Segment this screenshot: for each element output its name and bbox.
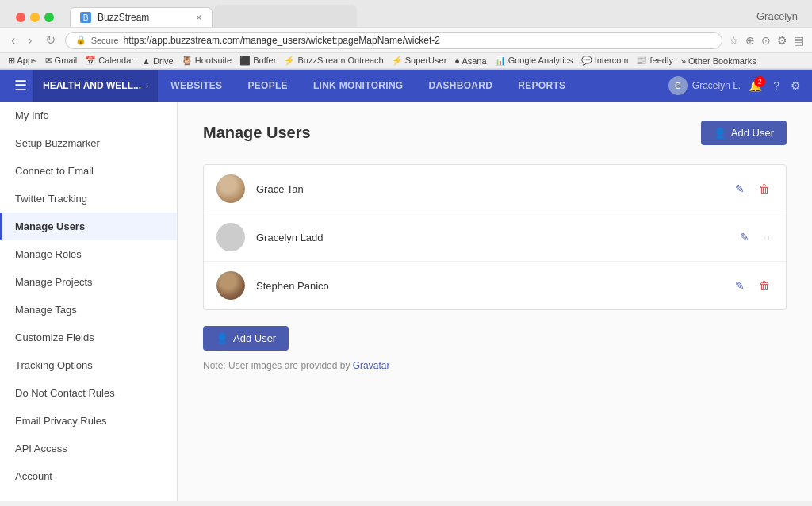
brand-name: HEALTH AND WELL...: [43, 80, 141, 91]
bookmark-gmail[interactable]: ✉ Gmail: [45, 56, 78, 66]
avatar: [216, 223, 245, 251]
top-navigation: ☰ HEALTH AND WELL... › WEBSITES PEOPLE L…: [0, 70, 812, 102]
secure-label: Secure: [91, 36, 119, 45]
brand-logo[interactable]: HEALTH AND WELL... ›: [33, 70, 158, 102]
sidebar-item-setup-buzzmarker[interactable]: Setup Buzzmarker: [0, 129, 177, 157]
sidebar-item-my-info[interactable]: My Info: [0, 102, 177, 129]
note-prefix-text: Note: User images are provided by: [203, 360, 353, 371]
reload-button[interactable]: ↻: [42, 31, 59, 49]
bookmark-superuser[interactable]: ⚡ SuperUser: [392, 56, 447, 66]
traffic-light-red[interactable]: [16, 13, 25, 22]
bookmark-asana[interactable]: ● Asana: [454, 56, 486, 66]
sidebar-item-manage-users[interactable]: Manage Users: [0, 213, 177, 240]
extension-icon-4[interactable]: ▤: [794, 34, 804, 47]
user-name-stephen-panico: Stephen Panico: [256, 280, 732, 292]
settings-gear-icon[interactable]: ⚙: [787, 76, 804, 95]
back-button[interactable]: ‹: [8, 32, 18, 49]
page-title: Manage Users: [203, 124, 311, 142]
nav-avatar: G: [668, 76, 688, 95]
table-row: Grace Tan ✎ 🗑: [204, 165, 786, 213]
nav-right-area: G Gracelyn L. 🔔 2 ? ⚙: [668, 76, 804, 95]
hamburger-menu-icon[interactable]: ☰: [8, 77, 33, 94]
tab-close-button[interactable]: ×: [196, 11, 202, 24]
bookmarks-bar: ⊞ Apps ✉ Gmail 📅 Calendar ▲ Drive 🦉 Hoot…: [0, 53, 812, 69]
notifications-badge: 2: [754, 76, 765, 87]
gracelyn-ladd-avatar-image: [216, 223, 245, 251]
add-user-bottom-area: 👤 Add User: [203, 326, 787, 351]
bookmark-feedly[interactable]: 📰 feedly: [636, 56, 672, 66]
brand-chevron-icon: ›: [146, 82, 148, 90]
lock-icon: 🔒: [75, 35, 86, 45]
nav-link-monitoring[interactable]: LINK MONITORING: [301, 70, 416, 102]
edit-button-gracelyn-ladd[interactable]: ✎: [737, 228, 753, 247]
bookmark-intercom[interactable]: 💬 Intercom: [581, 56, 629, 66]
sidebar-item-account[interactable]: Account: [0, 462, 177, 490]
edit-button-grace-tan[interactable]: ✎: [732, 179, 748, 198]
url-text: https://app.buzzstream.com/manage_users/…: [124, 35, 441, 46]
address-bar[interactable]: 🔒 Secure https://app.buzzstream.com/mana…: [65, 32, 722, 49]
stephen-panico-avatar-image: [216, 271, 245, 300]
add-user-label-top: Add User: [731, 127, 774, 139]
gravatar-note: Note: User images are provided by Gravat…: [203, 360, 787, 371]
sidebar-item-api-access[interactable]: API Access: [0, 435, 177, 462]
user-name-gracelyn-ladd: Gracelyn Ladd: [256, 232, 737, 243]
browser-tab[interactable]: B BuzzStream ×: [70, 7, 213, 27]
sidebar-item-manage-roles[interactable]: Manage Roles: [0, 240, 177, 268]
notifications-bell-icon[interactable]: 🔔 2: [745, 76, 765, 95]
add-user-label-bottom: Add User: [233, 332, 276, 344]
sidebar-item-connect-to-email[interactable]: Connect to Email: [0, 157, 177, 185]
bookmark-buffer[interactable]: ⬛ Buffer: [239, 56, 276, 66]
add-user-icon-bottom: 👤: [216, 332, 228, 344]
extension-icon-2[interactable]: ⊙: [761, 34, 771, 47]
bookmark-apps[interactable]: ⊞ Apps: [8, 56, 37, 66]
bookmark-drive[interactable]: ▲ Drive: [142, 56, 174, 66]
sidebar-item-manage-projects[interactable]: Manage Projects: [0, 268, 177, 296]
nav-items: WEBSITES PEOPLE LINK MONITORING DASHBOAR…: [158, 70, 578, 102]
sidebar-item-tracking-options[interactable]: Tracking Options: [0, 351, 177, 379]
sidebar-item-do-not-contact-rules[interactable]: Do Not Contact Rules: [0, 379, 177, 407]
extension-icon-3[interactable]: ⚙: [777, 34, 787, 47]
forward-button[interactable]: ›: [25, 32, 35, 49]
nav-reports[interactable]: REPORTS: [505, 70, 578, 102]
nav-people[interactable]: PEOPLE: [235, 70, 300, 102]
grace-tan-avatar-image: [216, 174, 245, 203]
add-user-icon-top: 👤: [714, 127, 726, 139]
add-user-button-top[interactable]: 👤 Add User: [701, 121, 787, 145]
sidebar-item-email-privacy-rules[interactable]: Email Privacy Rules: [0, 407, 177, 435]
users-list: Grace Tan ✎ 🗑 Gracelyn Ladd ✎ ○: [203, 164, 787, 310]
extension-icon-1[interactable]: ⊕: [745, 34, 755, 47]
avatar: [216, 271, 245, 300]
new-tab-area: [214, 5, 357, 27]
nav-websites[interactable]: WEBSITES: [158, 70, 235, 102]
window-user-label: Gracelyn: [756, 10, 798, 22]
user-name-grace-tan: Grace Tan: [256, 183, 732, 195]
bookmark-buzzstream[interactable]: ⚡ BuzzStream Outreach: [284, 56, 383, 66]
bookmark-hootsuite[interactable]: 🦉 Hootsuite: [182, 56, 232, 66]
add-user-button-bottom[interactable]: 👤 Add User: [203, 326, 289, 351]
bookmark-other[interactable]: » Other Bookmarks: [681, 56, 756, 66]
user-actions-grace-tan: ✎ 🗑: [732, 179, 773, 198]
sidebar-item-manage-tags[interactable]: Manage Tags: [0, 296, 177, 324]
sidebar-item-twitter-tracking[interactable]: Twitter Tracking: [0, 185, 177, 213]
delete-button-stephen-panico[interactable]: 🗑: [756, 276, 773, 295]
bookmark-analytics[interactable]: 📊 Google Analytics: [495, 56, 573, 66]
bookmark-star-icon[interactable]: ☆: [729, 34, 739, 47]
nav-dashboard[interactable]: DASHBOARD: [416, 70, 506, 102]
url-bar: ‹ › ↻ 🔒 Secure https://app.buzzstream.co…: [0, 27, 812, 53]
avatar: [216, 174, 245, 203]
sidebar-item-customize-fields[interactable]: Customize Fields: [0, 324, 177, 351]
delete-button-gracelyn-ladd: ○: [760, 228, 773, 247]
main-content: Manage Users 👤 Add User Grace Tan ✎ 🗑: [178, 102, 812, 501]
edit-button-stephen-panico[interactable]: ✎: [732, 276, 748, 295]
help-icon[interactable]: ?: [770, 76, 783, 95]
bookmark-calendar[interactable]: 📅 Calendar: [85, 56, 134, 66]
tab-title: BuzzStream: [98, 12, 149, 23]
user-actions-gracelyn-ladd: ✎ ○: [737, 228, 773, 247]
gravatar-link[interactable]: Gravatar: [353, 360, 390, 371]
traffic-light-yellow[interactable]: [30, 13, 40, 22]
tab-favicon: B: [80, 12, 91, 23]
page-header: Manage Users 👤 Add User: [203, 121, 787, 145]
user-actions-stephen-panico: ✎ 🗑: [732, 276, 773, 295]
traffic-light-green[interactable]: [44, 13, 54, 22]
delete-button-grace-tan[interactable]: 🗑: [756, 179, 773, 198]
